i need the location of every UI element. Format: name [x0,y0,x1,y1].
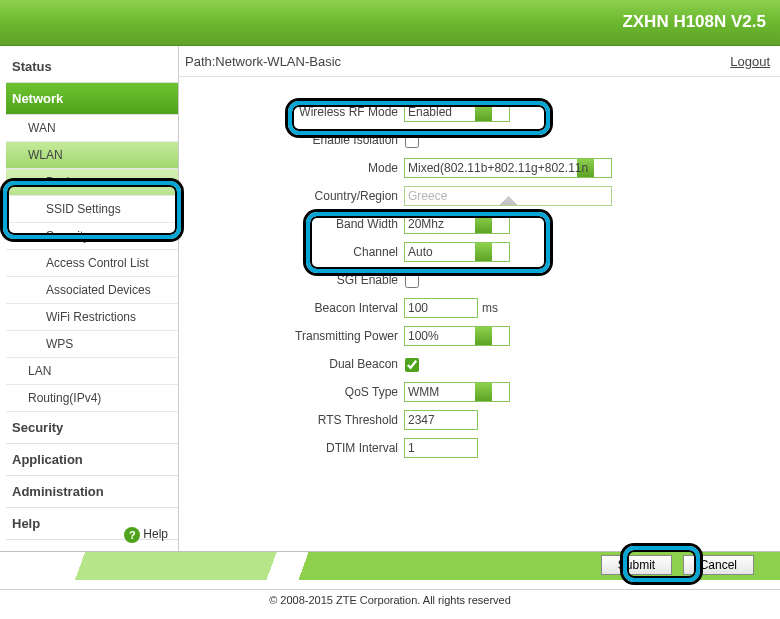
help-link[interactable]: ?Help [124,527,168,543]
breadcrumb: Path:Network-WLAN-Basic Logout [179,46,780,77]
sidebar-subsub-ssid[interactable]: SSID Settings [6,196,178,223]
help-label: Help [143,527,168,541]
rf-mode-label: Wireless RF Mode [179,105,404,119]
tx-power-select[interactable]: 100% [404,326,510,346]
main-panel: Path:Network-WLAN-Basic Logout Wireless … [179,46,780,551]
sidebar-subsub-basic[interactable]: Basic [6,169,178,196]
sidebar-sub-wlan[interactable]: WLAN [6,142,178,169]
qos-select[interactable]: WMM [404,382,510,402]
qos-label: QoS Type [179,385,404,399]
country-label: Country/Region [179,189,404,203]
bandwidth-select[interactable]: 20Mhz [404,214,510,234]
channel-label: Channel [179,245,404,259]
rts-input[interactable] [404,410,478,430]
sgi-label: SGI Enable [179,273,404,287]
form: Wireless RF Mode Enabled Enable Isolatio… [179,77,780,459]
tx-power-label: Transmitting Power [179,329,404,343]
sidebar-subsub-wps[interactable]: WPS [6,331,178,358]
mode-label: Mode [179,161,404,175]
cancel-button[interactable]: Cancel [683,555,754,575]
sidebar-item-status[interactable]: Status [6,51,178,83]
sidebar-subsub-assoc[interactable]: Associated Devices [6,277,178,304]
isolation-checkbox[interactable] [405,134,419,148]
sidebar-item-security[interactable]: Security [6,412,178,444]
sidebar-item-application[interactable]: Application [6,444,178,476]
question-icon: ? [124,527,140,543]
sidebar-sub-lan[interactable]: LAN [6,358,178,385]
rts-label: RTS Threshold [179,413,404,427]
logout-link[interactable]: Logout [730,54,770,69]
bandwidth-label: Band Width [179,217,404,231]
rf-mode-select[interactable]: Enabled [404,102,510,122]
mode-select[interactable]: Mixed(802.11b+802.11g+802.11n) [404,158,612,178]
channel-select[interactable]: Auto [404,242,510,262]
sidebar-item-network[interactable]: Network [6,83,178,115]
footer: Submit Cancel [0,551,780,589]
sidebar-subsub-wifirest[interactable]: WiFi Restrictions [6,304,178,331]
product-title: ZXHN H108N V2.5 [622,12,766,31]
beacon-int-unit: ms [482,301,498,315]
country-select: Greece [404,186,612,206]
submit-button[interactable]: Submit [601,555,672,575]
content: Status Network WAN WLAN Basic SSID Setti… [0,46,780,551]
sidebar-item-administration[interactable]: Administration [6,476,178,508]
sidebar-subsub-acl[interactable]: Access Control List [6,250,178,277]
dtim-input[interactable] [404,438,478,458]
sidebar-sub-wan[interactable]: WAN [6,115,178,142]
sidebar-subsub-security[interactable]: Security [6,223,178,250]
dual-beacon-checkbox[interactable] [405,358,419,372]
beacon-int-label: Beacon Interval [179,301,404,315]
dual-beacon-label: Dual Beacon [179,357,404,371]
path-text: Path:Network-WLAN-Basic [185,54,341,69]
beacon-int-input[interactable] [404,298,478,318]
copyright: © 2008-2015 ZTE Corporation. All rights … [0,589,780,606]
dtim-label: DTIM Interval [179,441,404,455]
sgi-checkbox[interactable] [405,274,419,288]
isolation-label: Enable Isolation [179,133,404,147]
sidebar: Status Network WAN WLAN Basic SSID Setti… [0,46,179,551]
sidebar-sub-routing[interactable]: Routing(IPv4) [6,385,178,412]
page-header: ZXHN H108N V2.5 [0,0,780,46]
